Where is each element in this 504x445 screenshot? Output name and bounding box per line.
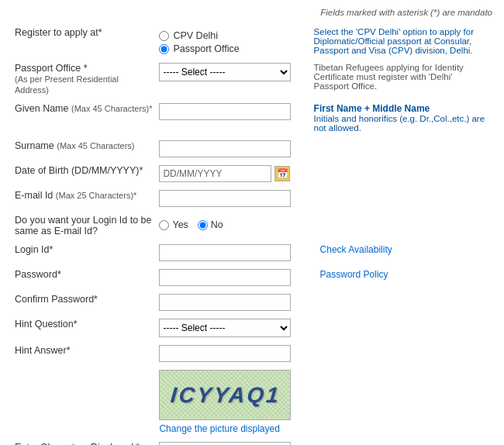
hint-question-row: Hint Question* ----- Select ----- — [12, 315, 492, 341]
login-id-input-cell — [156, 240, 310, 265]
yes-radio[interactable] — [159, 220, 169, 230]
enter-characters-row: Enter Characters Displayed * — [12, 438, 492, 445]
passport-office-option[interactable]: Passport Office — [159, 43, 307, 54]
dob-label: Date of Birth (DD/MM/YYYY)* — [12, 161, 156, 186]
register-apply-row: Register to apply at* CPV Delhi Passport… — [12, 23, 492, 59]
change-picture-link[interactable]: Change the picture displayed — [159, 423, 307, 434]
login-id-row: Login Id* Check Availability — [12, 240, 492, 265]
passport-office-select[interactable]: ----- Select ----- — [159, 63, 291, 81]
dob-input[interactable] — [159, 165, 271, 182]
given-name-input[interactable] — [159, 103, 291, 120]
form-table: Register to apply at* CPV Delhi Passport… — [12, 23, 492, 445]
captcha-image-row: ICYYAQ1 Change the picture displayed — [12, 366, 492, 438]
password-policy-link[interactable]: Password Policy — [314, 269, 388, 280]
no-radio[interactable] — [198, 220, 208, 230]
calendar-icon[interactable]: 📅 — [274, 166, 290, 181]
enter-characters-input-cell — [156, 438, 310, 445]
surname-input-cell — [156, 136, 310, 161]
enter-characters-label: Enter Characters Displayed * — [12, 438, 156, 445]
cpv-radio[interactable] — [159, 31, 169, 41]
hint-answer-label: Hint Answer* — [12, 341, 156, 366]
captcha-box: ICYYAQ1 — [159, 370, 291, 420]
check-availability-link[interactable]: Check Availability — [314, 244, 392, 255]
cpv-delhi-option[interactable]: CPV Delhi — [159, 30, 307, 41]
login-id-label: Login Id* — [12, 240, 156, 265]
register-apply-input-cell: CPV Delhi Passport Office — [156, 23, 310, 59]
dob-input-wrapper: 📅 — [159, 165, 307, 182]
dob-row: Date of Birth (DD/MM/YYYY)* 📅 — [12, 161, 492, 186]
passport-office-info-cell: Tibetan Refugees applying for Identity C… — [311, 59, 492, 99]
password-input-cell — [156, 265, 310, 290]
yes-option[interactable]: Yes — [159, 219, 188, 230]
surname-row: Surname (Max 45 Characters) — [12, 136, 492, 161]
hint-answer-row: Hint Answer* — [12, 341, 492, 366]
email-label: E-mail Id (Max 25 Characters)* — [12, 186, 156, 211]
captcha-image-text: ICYYAQ1 — [169, 383, 281, 408]
captcha-input[interactable] — [159, 442, 291, 445]
passport-office-radio[interactable] — [159, 44, 169, 54]
yes-no-radio-group: Yes No — [159, 215, 307, 230]
hint-answer-input[interactable] — [159, 345, 291, 362]
hint-answer-input-cell — [156, 341, 310, 366]
hint-question-select[interactable]: ----- Select ----- — [159, 319, 291, 337]
hint-question-input-cell: ----- Select ----- — [156, 315, 310, 341]
passport-office-select-wrapper: ----- Select ----- — [159, 63, 307, 81]
login-same-label: Do you want your Login Id to be same as … — [12, 211, 156, 240]
register-radio-group: CPV Delhi Passport Office — [159, 27, 307, 54]
confirm-password-input[interactable] — [159, 294, 291, 311]
given-name-label: Given Name (Max 45 Characters)* — [12, 99, 156, 136]
confirm-password-input-cell — [156, 290, 310, 315]
password-input[interactable] — [159, 269, 291, 286]
confirm-password-label: Confirm Password* — [12, 290, 156, 315]
check-availability-cell: Check Availability — [311, 240, 492, 265]
login-same-row: Do you want your Login Id to be same as … — [12, 211, 492, 240]
dob-input-cell: 📅 — [156, 161, 310, 186]
given-name-input-cell — [156, 99, 310, 136]
password-row: Password* Password Policy — [12, 265, 492, 290]
surname-input[interactable] — [159, 140, 291, 157]
login-same-input-cell: Yes No — [156, 211, 310, 240]
surname-label: Surname (Max 45 Characters) — [12, 136, 156, 161]
password-label: Password* — [12, 265, 156, 290]
given-name-row: Given Name (Max 45 Characters)* First Na… — [12, 99, 492, 136]
email-input[interactable] — [159, 190, 291, 207]
confirm-password-row: Confirm Password* — [12, 290, 492, 315]
page-wrapper: Fields marked with asterisk (*) are mand… — [0, 0, 504, 445]
top-note: Fields marked with asterisk (*) are mand… — [12, 8, 492, 17]
passport-office-label: Passport Office * (As per Present Reside… — [12, 59, 156, 99]
passport-office-row: Passport Office * (As per Present Reside… — [12, 59, 492, 99]
hint-question-label: Hint Question* — [12, 315, 156, 341]
email-row: E-mail Id (Max 25 Characters)* — [12, 186, 492, 211]
given-name-info-cell: First Name + Middle Name Initials and ho… — [311, 99, 492, 136]
login-id-input[interactable] — [159, 244, 291, 261]
captcha-image-cell: ICYYAQ1 Change the picture displayed — [156, 366, 310, 438]
register-apply-label: Register to apply at* — [12, 23, 156, 59]
email-input-cell — [156, 186, 310, 211]
password-policy-cell: Password Policy — [311, 265, 492, 290]
cpv-info-cell: Select the 'CPV Delhi' option to apply f… — [311, 23, 492, 59]
no-option[interactable]: No — [198, 219, 223, 230]
passport-office-input-cell: ----- Select ----- — [156, 59, 310, 99]
